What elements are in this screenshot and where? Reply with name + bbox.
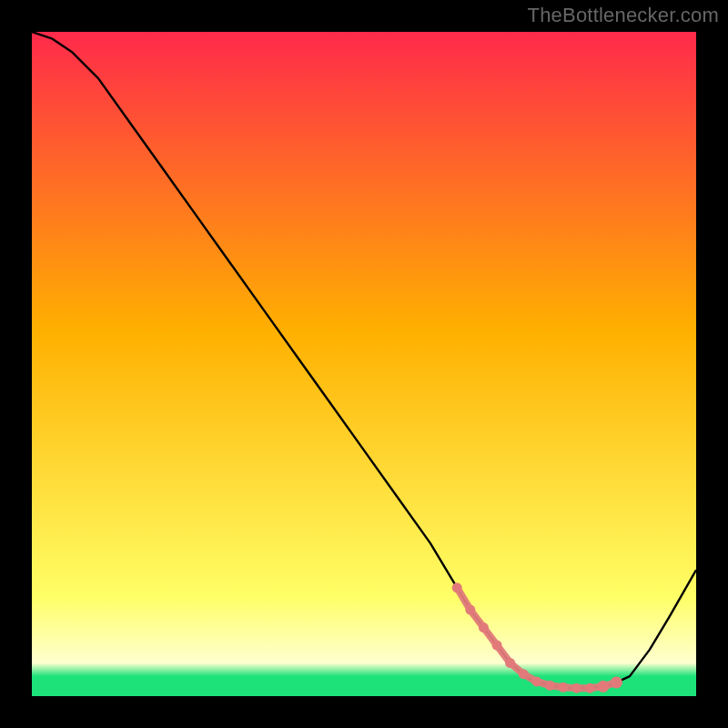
watermark-text: TheBottlenecker.com — [528, 4, 719, 27]
svg-point-3 — [479, 622, 489, 632]
svg-point-15 — [611, 676, 622, 688]
svg-point-9 — [559, 682, 569, 693]
chart-svg — [32, 32, 696, 696]
svg-point-11 — [585, 683, 595, 693]
svg-point-6 — [519, 669, 529, 679]
svg-rect-0 — [32, 32, 696, 696]
svg-point-5 — [505, 658, 515, 668]
plot-area — [32, 32, 696, 696]
svg-point-10 — [571, 683, 581, 693]
chart-container: TheBottlenecker.com — [0, 0, 728, 728]
svg-point-14 — [597, 681, 609, 693]
svg-point-7 — [531, 676, 541, 686]
svg-point-1 — [452, 582, 462, 592]
svg-point-8 — [545, 681, 555, 691]
svg-point-4 — [492, 641, 502, 651]
svg-point-2 — [465, 605, 475, 615]
